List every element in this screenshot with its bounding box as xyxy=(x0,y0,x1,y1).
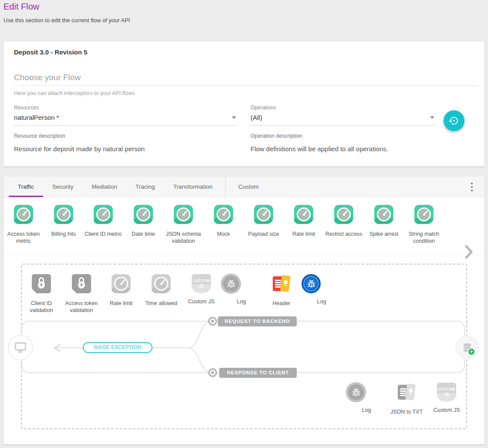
flow-item-label: Custom JS xyxy=(427,407,467,414)
flow-interceptor-log-blue[interactable]: Log xyxy=(302,274,342,305)
tab-transformation[interactable]: Transformation xyxy=(164,176,222,197)
palette-item-label: Rate limit xyxy=(284,231,324,238)
client-endpoint xyxy=(8,335,33,360)
field-underline xyxy=(251,125,436,126)
add-icon: + xyxy=(468,348,475,356)
interceptor-palette: Access token metric Billing hits Client … xyxy=(3,197,485,255)
resource-description: Resource description Resource for deposi… xyxy=(14,133,232,153)
bug-log-icon xyxy=(302,274,321,293)
gauge-icon xyxy=(374,205,393,224)
custom-js-icon: CUSTOMJS xyxy=(437,383,456,402)
resource-description-label: Resource description xyxy=(14,133,232,139)
flow-item-label: Log xyxy=(302,298,342,305)
response-to-client-label: RESPONSE TO CLIENT xyxy=(219,368,297,378)
tab-divider xyxy=(225,176,226,197)
backend-endpoint-add[interactable]: + xyxy=(455,336,479,359)
bug-log-icon xyxy=(346,383,366,402)
flow-item-label: Rate limit xyxy=(101,300,141,307)
flow-interceptor-time-allowed[interactable]: Time allowed xyxy=(141,274,181,307)
palette-item-rate-limit[interactable]: Rate limit xyxy=(284,205,324,238)
palette-item-access-token-metric[interactable]: Access token metric xyxy=(3,205,44,244)
gauge-icon xyxy=(334,205,353,224)
palette-item-label: Spike arrest xyxy=(364,231,404,238)
field-underline xyxy=(14,125,237,126)
flow-item-label: Access token validation xyxy=(61,300,102,314)
palette-item-payload-size[interactable]: Payload size xyxy=(244,205,284,238)
gauge-icon xyxy=(112,274,131,293)
flow-interceptor-log-response[interactable]: Log xyxy=(346,383,386,414)
page-subtitle: Use this section to edit the current flo… xyxy=(3,17,130,24)
flow-item-label: Custom JS xyxy=(181,298,221,305)
flow-item-label: JSON to TXT xyxy=(386,408,427,415)
flow-item-label: Header xyxy=(261,300,302,307)
custom-js-icon: CUSTOMJS xyxy=(192,274,211,293)
flow-interceptor-client-id-validation[interactable]: Client ID validation xyxy=(21,274,61,314)
flow-item-label: Log xyxy=(221,298,261,305)
flow-interceptor-header[interactable]: Header xyxy=(261,274,302,307)
palette-item-label: Mock xyxy=(203,231,244,238)
palette-item-billing-hits[interactable]: Billing hits xyxy=(44,205,84,238)
kebab-menu-icon[interactable] xyxy=(469,183,475,191)
flow-item-label: Time allowed xyxy=(141,300,181,307)
gauge-icon xyxy=(152,274,171,293)
flow-item-label: Client ID validation xyxy=(21,300,61,314)
palette-item-json-schema-validation[interactable]: JSON schema validation xyxy=(163,205,203,244)
palette-item-mock[interactable]: Mock xyxy=(203,205,244,238)
tab-custom[interactable]: Custom xyxy=(229,176,268,197)
tab-tracing[interactable]: Tracing xyxy=(126,176,164,197)
operation-description-label: Operation description xyxy=(251,133,438,139)
lock-icon xyxy=(32,274,51,293)
flow-interceptor-custom-js[interactable]: CUSTOMJS Custom JS xyxy=(181,274,221,305)
operations-select[interactable]: Operations (All) xyxy=(251,105,436,126)
gauge-icon xyxy=(54,205,73,224)
resources-value: naturalPerson * xyxy=(14,114,237,121)
palette-item-label: Billing hits xyxy=(44,231,84,238)
tab-mediation[interactable]: Mediation xyxy=(83,176,127,197)
interceptor-workbench-card: Traffic Security Mediation Tracing Trans… xyxy=(3,176,485,445)
bug-log-icon xyxy=(221,274,241,293)
palette-item-client-id-metric[interactable]: Client ID metric xyxy=(83,205,123,238)
chevron-down-icon[interactable] xyxy=(430,116,434,119)
section-title: Choose your Flow xyxy=(14,73,81,82)
palette-item-date-time[interactable]: Date time xyxy=(123,205,163,238)
palette-item-spike-arrest[interactable]: Spike arrest xyxy=(364,205,404,238)
palette-item-label: Date time xyxy=(123,231,163,238)
gauge-icon xyxy=(254,205,273,224)
chevron-down-icon[interactable] xyxy=(232,116,236,119)
flow-interceptor-json-to-txt[interactable]: JSON to TXT xyxy=(386,383,427,415)
flow-item-label: Log xyxy=(346,407,386,414)
resources-label: Resources xyxy=(14,105,237,111)
flow-interceptor-rate-limit[interactable]: Rate limit xyxy=(101,274,141,307)
palette-item-string-match-condition[interactable]: String match condition xyxy=(404,205,444,244)
gauge-icon xyxy=(174,205,193,224)
flow-history-button[interactable] xyxy=(444,110,464,131)
flow-interceptor-access-token-validation[interactable]: Access token validation xyxy=(61,274,102,314)
gauge-icon xyxy=(94,205,113,224)
json-to-txt-icon xyxy=(397,383,416,402)
flow-chooser-card: Deposit 3.0 - Revision 5 Choose your Flo… xyxy=(3,41,485,166)
operations-value: (All) xyxy=(251,114,436,121)
section-divider xyxy=(14,85,478,86)
tab-security[interactable]: Security xyxy=(43,176,83,197)
flow-interceptor-custom-js-response[interactable]: CUSTOMJS Custom JS xyxy=(427,383,467,414)
operations-label: Operations xyxy=(251,105,436,111)
history-restore-icon xyxy=(449,115,459,126)
monitor-icon xyxy=(14,340,27,354)
palette-item-restrict-access[interactable]: Restrict access xyxy=(324,205,364,238)
resources-select[interactable]: Resources naturalPerson * xyxy=(14,105,237,126)
tab-traffic[interactable]: Traffic xyxy=(9,176,43,197)
section-hint: Here you can attach interceptors to your… xyxy=(14,90,135,96)
operation-description: Operation description Flow definitions w… xyxy=(251,133,438,153)
operation-description-value: Flow definitions will be applied to all … xyxy=(251,145,438,153)
lock-icon xyxy=(72,274,91,293)
resource-description-value: Resource for deposit made by natural per… xyxy=(14,145,232,153)
page-header: Edit Flow Use this section to edit the c… xyxy=(3,2,130,24)
request-to-backend-label: REQUEST TO BACKEND xyxy=(218,316,297,326)
raise-exception-pill[interactable]: RAISE EXCEPTION xyxy=(83,342,152,353)
palette-item-label: JSON schema validation xyxy=(163,231,203,244)
flow-interceptor-log[interactable]: Log xyxy=(221,274,261,305)
palette-item-label: Payload size xyxy=(244,231,284,238)
palette-item-label: Client ID metric xyxy=(83,231,123,238)
header-icon xyxy=(272,274,291,293)
gauge-icon xyxy=(14,205,33,224)
